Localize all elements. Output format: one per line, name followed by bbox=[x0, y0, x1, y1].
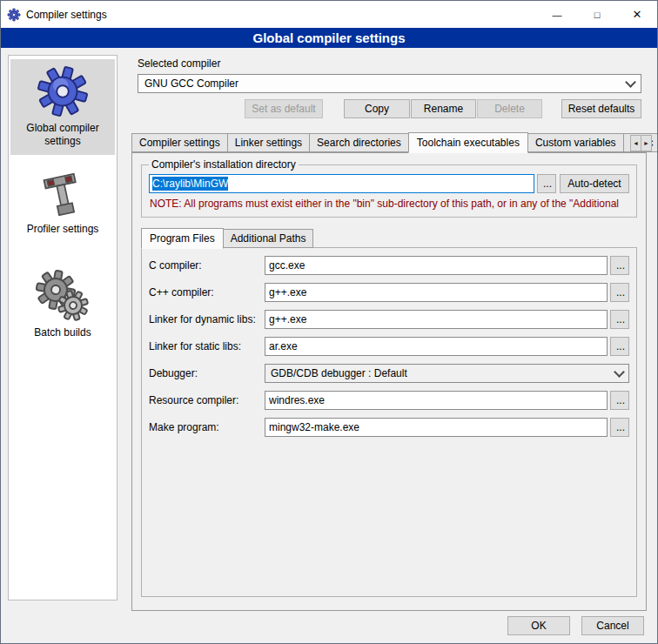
close-button[interactable]: ✕ bbox=[617, 1, 657, 28]
make-program-browse-button[interactable]: ... bbox=[610, 418, 629, 437]
toolchain-subtabs: Program Files Additional Paths bbox=[141, 228, 646, 248]
minimize-icon: — bbox=[553, 10, 562, 20]
settings-sidebar: Global compiler settings Profiler settin… bbox=[8, 55, 118, 600]
scroll-right-icon: ► bbox=[643, 140, 649, 146]
sidebar-item-label: Batch builds bbox=[12, 326, 113, 339]
field-row-c-compiler: C compiler: ... bbox=[149, 256, 629, 275]
window-title: Compiler settings bbox=[26, 9, 537, 21]
chevron-down-icon bbox=[614, 366, 625, 378]
sidebar-item-global-compiler-settings[interactable]: Global compiler settings bbox=[10, 59, 115, 155]
tab-scroll-right-button[interactable]: ► bbox=[641, 135, 652, 151]
c-compiler-label: C compiler: bbox=[149, 259, 265, 272]
dynamic-linker-label: Linker for dynamic libs: bbox=[149, 313, 265, 325]
compiler-actions: Set as default Copy Rename Delete Reset … bbox=[138, 99, 641, 118]
reset-defaults-button[interactable]: Reset defaults bbox=[561, 99, 641, 118]
maximize-button[interactable]: □ bbox=[577, 1, 617, 28]
rename-button[interactable]: Rename bbox=[411, 99, 476, 118]
resource-compiler-browse-button[interactable]: ... bbox=[610, 391, 629, 410]
dynamic-linker-input[interactable] bbox=[265, 310, 608, 329]
installation-directory-note: NOTE: All programs must exist either in … bbox=[150, 198, 629, 210]
selected-compiler-dropdown[interactable]: GNU GCC Compiler bbox=[138, 74, 641, 93]
installation-directory-group: Compiler's installation directory C:\ray… bbox=[141, 158, 637, 218]
field-row-resource-compiler: Resource compiler: ... bbox=[149, 391, 629, 410]
cpp-compiler-input[interactable] bbox=[265, 283, 608, 302]
dynamic-linker-browse-button[interactable]: ... bbox=[610, 310, 629, 329]
set-as-default-button[interactable]: Set as default bbox=[245, 99, 323, 118]
debugger-select[interactable]: GDB/CDB debugger : Default bbox=[265, 364, 629, 383]
static-linker-input[interactable] bbox=[265, 337, 608, 356]
settings-tabstrip: Compiler settings Linker settings Search… bbox=[131, 132, 652, 152]
field-row-make-program: Make program: ... bbox=[149, 418, 629, 437]
minimize-button[interactable]: — bbox=[537, 1, 577, 28]
resource-compiler-label: Resource compiler: bbox=[149, 394, 265, 406]
selected-compiler-value: GNU GCC Compiler bbox=[144, 77, 238, 90]
subtab-program-files[interactable]: Program Files bbox=[141, 228, 224, 249]
debugger-label: Debugger: bbox=[149, 367, 265, 379]
field-row-debugger: Debugger: GDB/CDB debugger : Default bbox=[149, 364, 629, 383]
make-program-input[interactable] bbox=[265, 418, 608, 437]
selected-compiler-label: Selected compiler bbox=[138, 57, 652, 70]
tab-scroll-buttons: ◄ ► bbox=[630, 135, 652, 151]
compiler-settings-window: Compiler settings — □ ✕ Global compiler … bbox=[0, 0, 658, 644]
installation-directory-value: C:\raylib\MinGW bbox=[152, 177, 228, 191]
chevron-down-icon bbox=[625, 77, 636, 88]
debugger-value: GDB/CDB debugger : Default bbox=[271, 367, 407, 379]
auto-detect-button[interactable]: Auto-detect bbox=[560, 174, 629, 193]
field-row-static-linker: Linker for static libs: ... bbox=[149, 337, 629, 356]
tab-toolchain-executables[interactable]: Toolchain executables bbox=[408, 132, 528, 153]
program-files-panel: C compiler: ... C++ compiler: ... Linker… bbox=[141, 247, 637, 597]
cancel-button[interactable]: Cancel bbox=[581, 616, 644, 635]
installation-directory-legend: Compiler's installation directory bbox=[149, 158, 299, 171]
static-linker-label: Linker for static libs: bbox=[149, 340, 265, 352]
installation-directory-browse-button[interactable]: ... bbox=[537, 174, 556, 193]
titlebar: Compiler settings — □ ✕ bbox=[1, 1, 657, 28]
field-row-cpp-compiler: C++ compiler: ... bbox=[149, 283, 629, 302]
profiler-icon bbox=[38, 171, 87, 219]
field-row-dynamic-linker: Linker for dynamic libs: ... bbox=[149, 310, 629, 329]
sidebar-item-label: Profiler settings bbox=[12, 223, 113, 236]
gears-gray-icon bbox=[35, 267, 91, 323]
installation-directory-input[interactable]: C:\raylib\MinGW bbox=[149, 174, 534, 193]
delete-button[interactable]: Delete bbox=[477, 99, 542, 118]
close-icon: ✕ bbox=[633, 8, 642, 21]
c-compiler-input[interactable] bbox=[265, 256, 608, 275]
tab-linker-settings[interactable]: Linker settings bbox=[227, 133, 310, 152]
tab-custom-variables[interactable]: Custom variables bbox=[527, 133, 624, 152]
app-icon bbox=[7, 8, 21, 22]
sidebar-item-label: Global compiler settings bbox=[12, 122, 113, 148]
dialog-footer: OK Cancel bbox=[507, 616, 644, 635]
tab-search-directories[interactable]: Search directories bbox=[309, 133, 409, 152]
sidebar-item-batch-builds[interactable]: Batch builds bbox=[10, 262, 115, 346]
copy-button[interactable]: Copy bbox=[344, 99, 410, 118]
make-program-label: Make program: bbox=[149, 421, 265, 433]
tab-compiler-settings[interactable]: Compiler settings bbox=[131, 133, 228, 152]
cpp-compiler-browse-button[interactable]: ... bbox=[610, 283, 629, 302]
main-panel: Selected compiler GNU GCC Compiler Set a… bbox=[127, 55, 652, 611]
scroll-left-icon: ◄ bbox=[633, 140, 639, 146]
maximize-icon: □ bbox=[594, 10, 601, 20]
resource-compiler-input[interactable] bbox=[265, 391, 608, 410]
cpp-compiler-label: C++ compiler: bbox=[149, 286, 265, 299]
sidebar-item-profiler-settings[interactable]: Profiler settings bbox=[10, 165, 115, 243]
subtab-additional-paths[interactable]: Additional Paths bbox=[223, 229, 314, 248]
gear-blue-icon bbox=[36, 64, 90, 118]
page-title: Global compiler settings bbox=[1, 28, 657, 48]
toolchain-executables-panel: Compiler's installation directory C:\ray… bbox=[131, 152, 647, 611]
ok-button[interactable]: OK bbox=[507, 616, 570, 635]
c-compiler-browse-button[interactable]: ... bbox=[610, 256, 629, 275]
static-linker-browse-button[interactable]: ... bbox=[610, 337, 629, 356]
